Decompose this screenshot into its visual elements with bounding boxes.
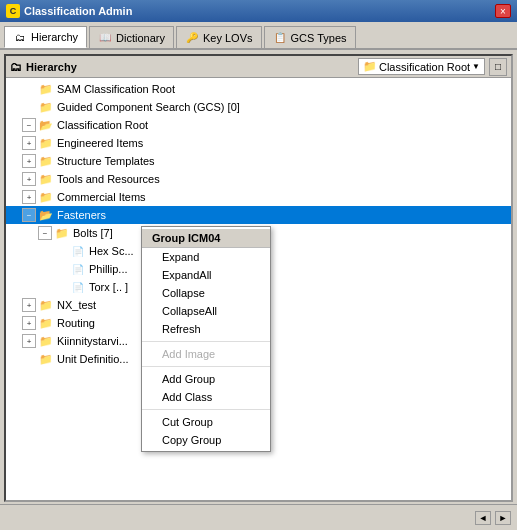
- folder-icon-nxtest: 📁: [38, 298, 54, 312]
- title-bar-text: Classification Admin: [24, 5, 495, 17]
- toggle-engineered[interactable]: +: [22, 136, 36, 150]
- tree-item-tools[interactable]: + 📁 Tools and Resources: [6, 170, 511, 188]
- tree-label-phillips: Phillip...: [89, 263, 128, 275]
- scroll-right-button[interactable]: ►: [495, 511, 511, 525]
- tree-item-gcs[interactable]: 📁 Guided Component Search (GCS) [0]: [6, 98, 511, 116]
- context-menu-header: Group ICM04: [142, 229, 270, 248]
- tree-label-engineered: Engineered Items: [57, 137, 143, 149]
- context-menu-cutgroup[interactable]: Cut Group: [142, 413, 270, 431]
- toggle-kiinnitystarvi[interactable]: +: [22, 334, 36, 348]
- tree-item-engineered[interactable]: + 📁 Engineered Items: [6, 134, 511, 152]
- hierarchy-tab-label: Hierarchy: [31, 31, 78, 43]
- dropdown-arrow-icon: ▼: [472, 62, 480, 71]
- tree-item-sam[interactable]: 📁 SAM Classification Root: [6, 80, 511, 98]
- keylovs-tab-icon: 🔑: [185, 31, 199, 45]
- tree-item-structure[interactable]: + 📁 Structure Templates: [6, 152, 511, 170]
- close-button[interactable]: ×: [495, 4, 511, 18]
- folder-icon-classroot: 📂: [38, 118, 54, 132]
- hierarchy-tab-icon: 🗂: [13, 30, 27, 44]
- context-menu-copygroup[interactable]: Copy Group: [142, 431, 270, 449]
- toggle-fasteners[interactable]: −: [22, 208, 36, 222]
- folder-icon-engineered: 📁: [38, 136, 54, 150]
- tree-label-gcs: Guided Component Search (GCS) [0]: [57, 101, 240, 113]
- toggle-structure[interactable]: +: [22, 154, 36, 168]
- tree-label-nxtest: NX_test: [57, 299, 96, 311]
- toggle-bolts[interactable]: −: [38, 226, 52, 240]
- scroll-left-button[interactable]: ◄: [475, 511, 491, 525]
- panel-header-right: 📁 Classification Root ▼ □: [358, 58, 507, 76]
- folder-icon-routing: 📁: [38, 316, 54, 330]
- tree-item-classroot[interactable]: − 📂 Classification Root: [6, 116, 511, 134]
- title-bar: C Classification Admin ×: [0, 0, 517, 22]
- tree-label-structure: Structure Templates: [57, 155, 155, 167]
- tab-gcstypes[interactable]: 📋 GCS Types: [264, 26, 356, 48]
- main-area: 🗂 Hierarchy 📁 Classification Root ▼ □ 📁 …: [0, 50, 517, 530]
- folder-icon-commercial: 📁: [38, 190, 54, 204]
- status-bar: ◄ ►: [0, 504, 517, 530]
- tree-label-fasteners: Fasteners: [57, 209, 106, 221]
- folder-icon-kiinnitystarvi: 📁: [38, 334, 54, 348]
- folder-icon-phillips: 📄: [70, 262, 86, 276]
- panel-expand-button[interactable]: □: [489, 58, 507, 76]
- context-menu-addclass[interactable]: Add Class: [142, 388, 270, 406]
- panel-header: 🗂 Hierarchy 📁 Classification Root ▼ □: [6, 56, 511, 78]
- tree-label-sam: SAM Classification Root: [57, 83, 175, 95]
- folder-icon-fasteners: 📂: [38, 208, 54, 222]
- tab-hierarchy[interactable]: 🗂 Hierarchy: [4, 26, 87, 48]
- context-menu-collapse[interactable]: Collapse: [142, 284, 270, 302]
- tree-label-torx: Torx [.. ]: [89, 281, 128, 293]
- folder-icon-unitdef: 📁: [38, 352, 54, 366]
- context-menu-refresh[interactable]: Refresh: [142, 320, 270, 338]
- panel-header-left: 🗂 Hierarchy: [10, 60, 77, 74]
- tree-label-bolts: Bolts [7]: [73, 227, 113, 239]
- tab-bar: 🗂 Hierarchy 📖 Dictionary 🔑 Key LOVs 📋 GC…: [0, 22, 517, 50]
- classification-root-icon: 📁: [363, 60, 377, 73]
- folder-icon-hexsc: 📄: [70, 244, 86, 258]
- app-icon: C: [6, 4, 20, 18]
- folder-icon-gcs: 📁: [38, 100, 54, 114]
- folder-icon-tools: 📁: [38, 172, 54, 186]
- tree-label-classroot: Classification Root: [57, 119, 148, 131]
- tab-keylovs[interactable]: 🔑 Key LOVs: [176, 26, 262, 48]
- tree-item-commercial[interactable]: + 📁 Commercial Items: [6, 188, 511, 206]
- toggle-tools[interactable]: +: [22, 172, 36, 186]
- folder-icon-sam: 📁: [38, 82, 54, 96]
- context-menu-addimage: Add Image: [142, 345, 270, 363]
- toggle-routing[interactable]: +: [22, 316, 36, 330]
- tree-label-kiinnitystarvi: Kiinnitystarvi...: [57, 335, 128, 347]
- toggle-commercial[interactable]: +: [22, 190, 36, 204]
- tree-container[interactable]: 📁 SAM Classification Root 📁 Guided Compo…: [6, 78, 511, 500]
- tree-label-routing: Routing: [57, 317, 95, 329]
- context-menu-collapseall[interactable]: CollapseAll: [142, 302, 270, 320]
- folder-icon-structure: 📁: [38, 154, 54, 168]
- toggle-classroot[interactable]: −: [22, 118, 36, 132]
- toggle-nxtest[interactable]: +: [22, 298, 36, 312]
- dictionary-tab-icon: 📖: [98, 31, 112, 45]
- tree-label-tools: Tools and Resources: [57, 173, 160, 185]
- classification-root-dropdown[interactable]: 📁 Classification Root ▼: [358, 58, 485, 75]
- tree-label-hexsc: Hex Sc...: [89, 245, 134, 257]
- hierarchy-panel: 🗂 Hierarchy 📁 Classification Root ▼ □ 📁 …: [4, 54, 513, 502]
- panel-header-label: Hierarchy: [26, 61, 77, 73]
- panel-header-icon: 🗂: [10, 60, 22, 74]
- folder-icon-torx: 📄: [70, 280, 86, 294]
- folder-icon-bolts: 📁: [54, 226, 70, 240]
- tree-item-fasteners[interactable]: − 📂 Fasteners: [6, 206, 511, 224]
- context-menu: Group ICM04 Expand ExpandAll Collapse Co…: [141, 226, 271, 452]
- tree-label-unitdef: Unit Definitio...: [57, 353, 129, 365]
- tab-dictionary[interactable]: 📖 Dictionary: [89, 26, 174, 48]
- separator-2: [142, 366, 270, 367]
- context-menu-expandall[interactable]: ExpandAll: [142, 266, 270, 284]
- tree-label-commercial: Commercial Items: [57, 191, 146, 203]
- classification-root-label: Classification Root: [379, 61, 470, 73]
- keylovs-tab-label: Key LOVs: [203, 32, 253, 44]
- separator-1: [142, 341, 270, 342]
- dictionary-tab-label: Dictionary: [116, 32, 165, 44]
- context-menu-addgroup[interactable]: Add Group: [142, 370, 270, 388]
- separator-3: [142, 409, 270, 410]
- gcstypes-tab-icon: 📋: [273, 31, 287, 45]
- context-menu-expand[interactable]: Expand: [142, 248, 270, 266]
- gcstypes-tab-label: GCS Types: [291, 32, 347, 44]
